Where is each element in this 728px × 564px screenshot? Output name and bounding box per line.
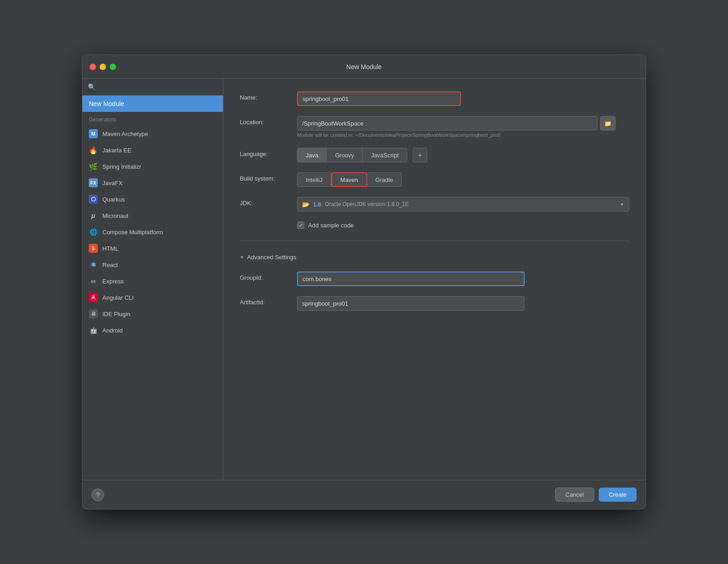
build-controls: IntelliJ Maven Gradle bbox=[297, 172, 629, 187]
artifactid-row: ArtifactId: bbox=[240, 296, 629, 311]
location-browse-button[interactable]: 📁 bbox=[600, 116, 616, 131]
artifactid-label: ArtifactId: bbox=[240, 296, 290, 306]
name-controls bbox=[297, 91, 629, 106]
groupid-row: GroupId: bbox=[240, 272, 629, 286]
help-button[interactable]: ? bbox=[91, 488, 104, 501]
sidebar-item-label: HTML bbox=[102, 245, 118, 252]
language-label: Language: bbox=[240, 148, 290, 157]
right-panel: Name: Location: 📁 Module will be created… bbox=[223, 79, 646, 480]
generators-label: Generators bbox=[82, 112, 223, 125]
groupid-label: GroupId: bbox=[240, 272, 290, 281]
sidebar-item-label: JavaFX bbox=[102, 180, 122, 186]
location-controls: 📁 Module will be created in: ~/Documents… bbox=[297, 116, 629, 138]
location-row: Location: 📁 Module will be created in: ~… bbox=[240, 116, 629, 138]
sidebar-item-html[interactable]: 5 HTML bbox=[82, 240, 223, 257]
sidebar-item-android[interactable]: 🤖 Android bbox=[82, 322, 223, 338]
sample-code-checkbox-row: ✓ Add sample code bbox=[297, 222, 354, 229]
quarkus-icon: ⬡ bbox=[89, 195, 98, 204]
artifactid-input[interactable] bbox=[297, 296, 525, 311]
build-gradle-button[interactable]: Gradle bbox=[367, 172, 402, 187]
sidebar-item-maven-archetype[interactable]: M Maven Archetype bbox=[82, 126, 223, 142]
compose-icon: 🌐 bbox=[89, 227, 98, 237]
advanced-settings-header[interactable]: ▼ Advanced Settings bbox=[240, 253, 629, 262]
name-row: Name: bbox=[240, 91, 629, 106]
ide-plugin-icon: 🖥 bbox=[89, 309, 98, 318]
create-button[interactable]: Create bbox=[599, 488, 637, 502]
artifactid-controls bbox=[297, 296, 629, 311]
sidebar-item-new-module[interactable]: New Module bbox=[82, 96, 223, 112]
language-java-button[interactable]: Java bbox=[297, 148, 327, 162]
name-input[interactable] bbox=[297, 91, 461, 106]
divider bbox=[240, 241, 629, 241]
sidebar-item-jakarta-ee[interactable]: 🔥 Jakarta EE bbox=[82, 142, 223, 158]
bottom-bar: ? Cancel Create bbox=[82, 480, 646, 509]
jdk-version: 1.8 bbox=[313, 201, 321, 208]
language-controls: Java Groovy JavaScript + bbox=[297, 148, 629, 162]
sample-code-spacer bbox=[240, 222, 290, 224]
cancel-button[interactable]: Cancel bbox=[555, 488, 594, 502]
groupid-controls bbox=[297, 272, 629, 286]
sidebar-item-react[interactable]: ⚛ React bbox=[82, 257, 223, 273]
sidebar-item-micronaut[interactable]: μ Micronaut bbox=[82, 207, 223, 224]
build-btn-group: IntelliJ Maven Gradle bbox=[297, 172, 629, 187]
search-icon: 🔍 bbox=[88, 83, 96, 91]
sidebar-item-compose-multiplatform[interactable]: 🌐 Compose Multiplatform bbox=[82, 224, 223, 240]
sidebar-item-label: Android bbox=[102, 327, 123, 334]
sidebar-item-label: Express bbox=[102, 278, 124, 285]
add-language-button[interactable]: + bbox=[413, 148, 427, 162]
sample-code-label: Add sample code bbox=[308, 222, 354, 229]
sidebar-item-spring-initializr[interactable]: 🌿 Spring Initializr bbox=[82, 158, 223, 175]
jdk-dropdown-arrow: ▼ bbox=[620, 202, 624, 207]
react-icon: ⚛ bbox=[89, 260, 98, 269]
dialog-title: New Module bbox=[346, 63, 382, 70]
build-maven-button[interactable]: Maven bbox=[331, 172, 367, 187]
sidebar-item-javafx[interactable]: FX JavaFX bbox=[82, 175, 223, 191]
language-btn-group: Java Groovy JavaScript bbox=[297, 148, 407, 162]
window-controls bbox=[90, 64, 116, 70]
sidebar-item-angular-cli[interactable]: A Angular CLI bbox=[82, 289, 223, 306]
sample-code-checkbox[interactable]: ✓ bbox=[297, 222, 304, 229]
javafx-icon: FX bbox=[89, 178, 98, 187]
folder-icon: 📁 bbox=[604, 120, 612, 127]
sidebar-list: M Maven Archetype 🔥 Jakarta EE 🌿 Spring … bbox=[82, 125, 223, 480]
sidebar-item-label: Micronaut bbox=[102, 212, 128, 219]
sidebar-item-label: Quarkus bbox=[102, 196, 125, 203]
build-intellij-button[interactable]: IntelliJ bbox=[297, 172, 331, 187]
build-system-row: Build system: IntelliJ Maven Gradle bbox=[240, 172, 629, 187]
title-bar: New Module bbox=[82, 55, 646, 79]
search-bar[interactable]: 🔍 bbox=[82, 79, 223, 96]
build-label: Build system: bbox=[240, 172, 290, 182]
close-button[interactable] bbox=[90, 64, 96, 70]
groupid-input[interactable] bbox=[297, 272, 525, 286]
location-input[interactable] bbox=[297, 116, 597, 131]
language-javascript-button[interactable]: JavaScript bbox=[363, 148, 407, 162]
micronaut-icon: μ bbox=[89, 211, 98, 220]
sidebar-item-label: Jakarta EE bbox=[102, 147, 131, 154]
sidebar-item-label: Maven Archetype bbox=[102, 131, 148, 137]
jdk-folder-icon: 📂 bbox=[302, 201, 309, 208]
maven-archetype-icon: M bbox=[89, 129, 98, 138]
sidebar-item-label: Spring Initializr bbox=[102, 163, 141, 170]
android-icon: 🤖 bbox=[89, 326, 98, 335]
advanced-label: Advanced Settings bbox=[247, 254, 296, 261]
spring-initializr-icon: 🌿 bbox=[89, 162, 98, 171]
sidebar-item-label: Compose Multiplatform bbox=[102, 229, 163, 236]
location-hint: Module will be created in: ~/Documents/i… bbox=[297, 132, 629, 138]
sidebar-item-express[interactable]: ex Express bbox=[82, 273, 223, 289]
location-label: Location: bbox=[240, 116, 290, 126]
html-icon: 5 bbox=[89, 244, 98, 253]
sidebar-item-ide-plugin[interactable]: 🖥 IDE Plugin bbox=[82, 306, 223, 322]
maximize-button[interactable] bbox=[110, 64, 116, 70]
sidebar-item-label: React bbox=[102, 262, 118, 268]
jdk-label: JDK: bbox=[240, 197, 290, 206]
language-groovy-button[interactable]: Groovy bbox=[327, 148, 363, 162]
minimize-button[interactable] bbox=[100, 64, 106, 70]
sidebar-item-label: IDE Plugin bbox=[102, 311, 130, 317]
jdk-description: Oracle OpenJDK version 1.8.0_1E bbox=[325, 201, 409, 207]
sidebar-item-quarkus[interactable]: ⬡ Quarkus bbox=[82, 191, 223, 207]
angular-icon: A bbox=[89, 293, 98, 302]
new-module-dialog: New Module 🔍 New Module Generators M Mav… bbox=[82, 55, 646, 509]
language-row: Language: Java Groovy JavaScript + bbox=[240, 148, 629, 162]
jdk-select[interactable]: 📂 1.8 Oracle OpenJDK version 1.8.0_1E ▼ bbox=[297, 197, 629, 212]
sample-code-row: ✓ Add sample code bbox=[240, 222, 629, 229]
